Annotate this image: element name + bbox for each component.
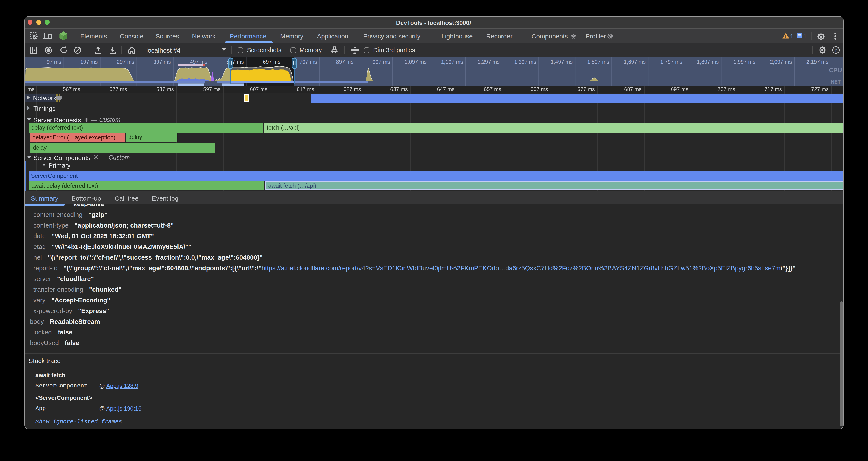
svg-text:497 ms: 497 ms	[190, 59, 207, 65]
svg-text:1,897 ms: 1,897 ms	[697, 59, 719, 65]
svg-text:197 ms: 197 ms	[80, 59, 98, 65]
svg-text:997 ms: 997 ms	[372, 59, 390, 65]
svg-text:897 ms: 897 ms	[336, 59, 353, 65]
svg-text:1,597 ms: 1,597 ms	[587, 59, 609, 65]
svg-text:797 ms: 797 ms	[300, 59, 317, 65]
svg-text:CPU: CPU	[829, 67, 842, 74]
svg-text:NET: NET	[831, 79, 841, 85]
svg-text:397 ms: 397 ms	[153, 59, 171, 65]
svg-text:1,997 ms: 1,997 ms	[734, 59, 755, 65]
svg-text:697 ms: 697 ms	[263, 59, 280, 65]
svg-text:1,197 ms: 1,197 ms	[441, 59, 463, 65]
svg-text:1,097 ms: 1,097 ms	[405, 59, 427, 65]
svg-text:1,797 ms: 1,797 ms	[660, 59, 682, 65]
svg-text:?: ?	[834, 47, 837, 53]
svg-text:1,497 ms: 1,497 ms	[551, 59, 572, 65]
svg-text:1,697 ms: 1,697 ms	[624, 59, 646, 65]
svg-text:2,197 ms: 2,197 ms	[806, 59, 829, 65]
svg-text:2,097 ms: 2,097 ms	[770, 59, 792, 65]
svg-text:1,397 ms: 1,397 ms	[514, 59, 536, 65]
svg-text:97 ms: 97 ms	[47, 59, 61, 65]
svg-text:297 ms: 297 ms	[117, 59, 134, 65]
svg-text:1,297 ms: 1,297 ms	[477, 59, 500, 65]
